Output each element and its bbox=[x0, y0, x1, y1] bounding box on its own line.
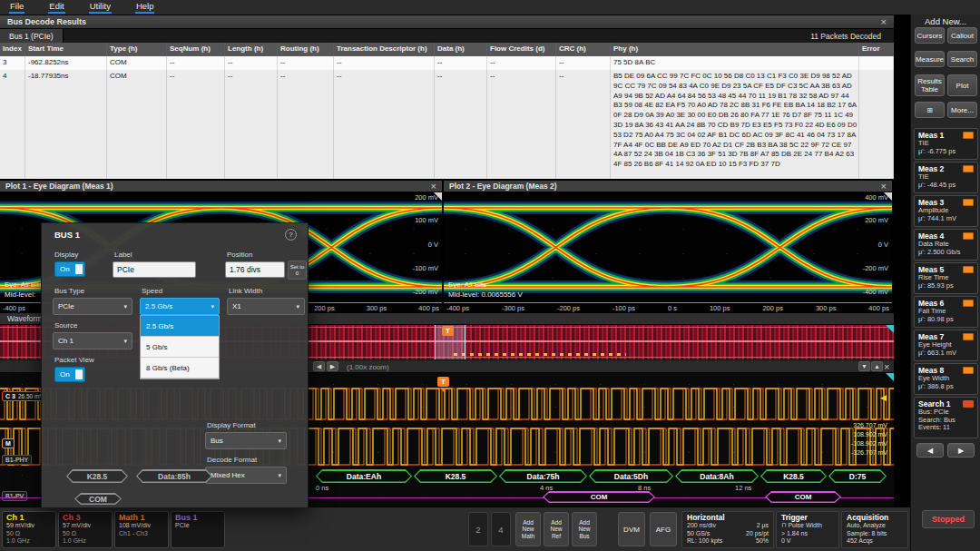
badge-name: Ch 1 bbox=[6, 513, 52, 522]
bus-label-input[interactable] bbox=[113, 261, 196, 278]
cursors-button[interactable]: Cursors bbox=[915, 27, 945, 44]
afg-button[interactable]: AFG bbox=[650, 512, 677, 546]
speed-option[interactable]: 8 Gb/s (Beta) bbox=[141, 358, 219, 379]
source-dropdown[interactable]: Ch 1▾ bbox=[53, 332, 132, 349]
apps-icon[interactable]: ⊞ bbox=[915, 102, 945, 118]
speed-option-selected[interactable]: 2.5 Gb/s bbox=[141, 316, 219, 337]
trigger-panel[interactable]: Trigger ⊓ Pulse Width > 1.84 ns 0 V bbox=[776, 511, 839, 548]
meas6-badge[interactable]: Meas 6 Fall Timeμ': 80.98 ps bbox=[914, 296, 978, 328]
math1-badge[interactable]: Math 1 108 mV/div Ch1 - Ch3 bbox=[114, 511, 169, 548]
ch2-inactive-chip[interactable]: 2 bbox=[468, 512, 488, 546]
time-axis-label: 12 ns bbox=[735, 484, 751, 492]
horizontal-title: Horizontal bbox=[687, 513, 769, 522]
search-button[interactable]: Search bbox=[947, 51, 977, 67]
packet-view-toggle[interactable]: On bbox=[54, 367, 85, 382]
trigger-marker[interactable]: T bbox=[437, 377, 449, 387]
search-next-button[interactable]: ▶ bbox=[947, 443, 975, 458]
cell-length: -- bbox=[225, 70, 278, 179]
cell-flow: -- bbox=[487, 56, 556, 70]
decode-marks bbox=[454, 353, 626, 356]
packet-view-label: Packet View bbox=[54, 356, 94, 364]
speed-label: Speed bbox=[142, 287, 162, 295]
close-icon[interactable]: × bbox=[884, 362, 889, 371]
measure-button[interactable]: Measure bbox=[915, 51, 945, 67]
zoom-out-button[interactable]: ▼ bbox=[858, 361, 870, 371]
mid-level-label: Mid-level: bbox=[5, 290, 43, 300]
add-new-bus-button[interactable]: AddNewBus bbox=[572, 512, 597, 546]
y-axis-label: -200 mV bbox=[848, 264, 888, 272]
plot-button[interactable]: Plot bbox=[947, 74, 977, 96]
table-row[interactable]: 4 -18.77935ns COM -- -- -- -- -- -- -- B… bbox=[0, 70, 894, 179]
decode-format-dropdown[interactable]: Mixed Hex▾ bbox=[205, 467, 287, 484]
level-readout: 108.902 mV bbox=[835, 431, 887, 438]
close-icon[interactable]: × bbox=[881, 17, 887, 26]
search-prev-button[interactable]: ◀ bbox=[916, 443, 944, 458]
meas4-badge[interactable]: Meas 4 Data Rateμ': 2.500 Gb/s bbox=[914, 229, 978, 261]
search1-badge[interactable]: Search 1 Bus: PCIe Search: Bus Events: 1… bbox=[914, 397, 978, 438]
add-new-title: Add New... bbox=[911, 16, 980, 26]
pan-left-button[interactable]: ◀ bbox=[313, 361, 325, 371]
menu-utility[interactable]: Utility bbox=[89, 1, 112, 14]
menu-edit[interactable]: Edit bbox=[48, 1, 64, 14]
run-stop-status-button[interactable]: Stopped bbox=[922, 510, 975, 528]
display-format-dropdown[interactable]: Bus▾ bbox=[205, 432, 287, 449]
speed-option[interactable]: 5 Gb/s bbox=[141, 337, 219, 358]
menu-file[interactable]: File bbox=[9, 1, 24, 14]
dvm-button[interactable]: DVM bbox=[618, 512, 645, 546]
b1-phy-label[interactable]: B1-PHY bbox=[2, 455, 32, 465]
meas3-badge[interactable]: Meas 3 Amplitudeμ': 744.1 mV bbox=[914, 195, 978, 227]
set-to-zero-button[interactable]: Set to 0 bbox=[288, 261, 307, 280]
column-header: Length (h) bbox=[225, 43, 278, 56]
chevron-down-icon: ▾ bbox=[278, 472, 281, 479]
panel-title: Bus Decode Results bbox=[7, 17, 86, 26]
display-toggle[interactable]: On bbox=[54, 261, 85, 277]
y-axis-label: 400 mV bbox=[848, 193, 888, 202]
badge-bandwidth: 1.0 GHz bbox=[6, 537, 52, 546]
meas-badge-icon bbox=[963, 367, 974, 374]
zoom-handle-icon[interactable] bbox=[886, 325, 894, 333]
zoom-in-button[interactable]: ▲ bbox=[871, 361, 883, 371]
y-axis-label: 0 V bbox=[398, 241, 438, 249]
meas7-badge[interactable]: Meas 7 Eye Heightμ': 663.1 mV bbox=[914, 330, 978, 361]
ch3-badge[interactable]: Ch 3 57 mV/div 50 Ω 1.0 GHz bbox=[58, 511, 113, 548]
meas8-badge[interactable]: Meas 8 Eye Widthμ': 386.8 ps bbox=[914, 363, 978, 395]
bus-type-dropdown[interactable]: PCIe▾ bbox=[53, 298, 132, 315]
ch1-badge[interactable]: Ch 1 59 mV/div 50 Ω 1.0 GHz bbox=[2, 511, 56, 548]
callout-button[interactable]: Callout bbox=[947, 27, 977, 44]
table-row[interactable]: 3 -962.8252ns COM -- -- -- -- -- -- -- 7… bbox=[0, 56, 894, 70]
position-input[interactable] bbox=[225, 261, 285, 278]
column-header: Start Time bbox=[25, 43, 107, 56]
y-axis-label: -100 mV bbox=[398, 264, 438, 272]
help-icon[interactable]: ? bbox=[285, 229, 297, 241]
close-icon[interactable]: × bbox=[881, 182, 887, 191]
menu-help[interactable]: Help bbox=[135, 1, 155, 14]
meas5-badge[interactable]: Meas 5 Rise Timeμ': 85.93 ps bbox=[914, 262, 978, 294]
add-new-ref-button[interactable]: AddNewRef bbox=[544, 512, 569, 546]
acq-sample: Sample: 8 bits bbox=[847, 530, 887, 538]
b1-pv-label[interactable]: B1-PV bbox=[2, 491, 27, 501]
acquisition-panel[interactable]: Acquisition Auto, Analyze Sample: 8 bits… bbox=[841, 511, 908, 548]
math-level-chip[interactable]: M bbox=[2, 438, 15, 448]
speed-dropdown[interactable]: 2.5 Gb/s▾ bbox=[140, 298, 220, 315]
meas1-badge[interactable]: Meas 1 TIEμ': -6.775 ps bbox=[914, 128, 978, 160]
horizontal-panel[interactable]: Horizontal 200 ns/div2 μs 50 GS/s20 ps/p… bbox=[681, 511, 774, 548]
cell-length: -- bbox=[225, 56, 278, 70]
results-table-button[interactable]: Results Table bbox=[915, 74, 945, 96]
badge-name: Bus 1 bbox=[175, 513, 220, 522]
bus1-badge[interactable]: Bus 1 PCIe bbox=[171, 511, 225, 548]
add-new-math-button[interactable]: AddNewMath bbox=[515, 512, 541, 546]
x-axis-label: 400 ps bbox=[418, 304, 439, 313]
trigger-marker[interactable]: T bbox=[442, 326, 454, 336]
ch4-inactive-chip[interactable]: 4 bbox=[491, 512, 511, 546]
pan-right-button[interactable]: ▶ bbox=[327, 361, 338, 371]
pulse-width-icon: ⊓ bbox=[781, 522, 786, 528]
menu-bar: File Edit Utility Help bbox=[0, 0, 980, 15]
link-width-dropdown[interactable]: X1▾ bbox=[227, 298, 305, 315]
search-badge-icon bbox=[963, 400, 974, 408]
tab-bus1-pcie[interactable]: Bus 1 (PCIe) bbox=[0, 29, 64, 43]
meas2-badge[interactable]: Meas 2 TIEμ': -48.45 ps bbox=[914, 162, 978, 193]
zoom-handle-icon[interactable] bbox=[886, 373, 894, 381]
close-icon[interactable]: × bbox=[431, 182, 436, 191]
tab-label: Bus 1 (PCIe) bbox=[9, 32, 54, 41]
more-button[interactable]: More... bbox=[947, 102, 977, 118]
